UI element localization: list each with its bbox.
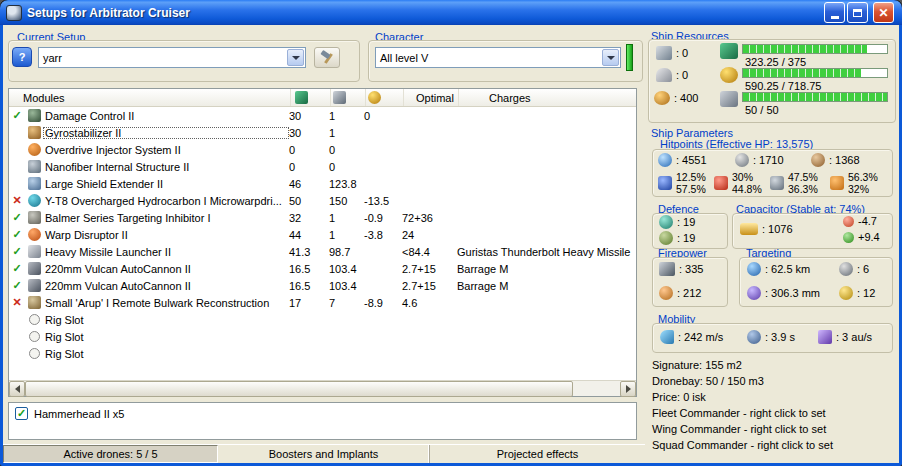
- module-row[interactable]: ✓220mm Vulcan AutoCannon II16.5103.42.7+…: [9, 277, 636, 294]
- wing-commander-info[interactable]: Wing Commander - right click to set: [652, 423, 826, 435]
- scroll-left-icon: [15, 385, 20, 393]
- structure-hp-stat: : 1368: [811, 153, 860, 167]
- module-cpu-value: 41.3: [289, 246, 329, 258]
- scrollbar-track[interactable]: [573, 381, 620, 396]
- cpu-icon: [295, 91, 308, 104]
- module-row[interactable]: ✓Balmer Series Targeting Inhibitor I321-…: [9, 209, 636, 226]
- tab-active-drones[interactable]: Active drones: 5 / 5: [3, 445, 218, 463]
- module-row[interactable]: Gyrostabilizer II301: [9, 124, 636, 141]
- signature-info: Signature: 155 m2: [652, 359, 742, 371]
- module-pg-value: 7: [329, 297, 364, 309]
- overdrive-icon: [25, 143, 43, 156]
- module-offline-x-icon: ✕: [9, 296, 25, 309]
- armor-icon: [735, 153, 749, 167]
- armor-hp-stat: : 1710: [735, 153, 784, 167]
- scroll-right-button[interactable]: [620, 381, 636, 397]
- slots-bar: [742, 92, 888, 102]
- module-cap-value: -8.9: [364, 297, 402, 309]
- character-select[interactable]: All level V: [375, 47, 621, 68]
- setup-select-value: yarr: [39, 52, 287, 64]
- gyrostabilizer-icon: [25, 126, 43, 139]
- firepower-drone-stat: : 212: [659, 286, 701, 300]
- modules-table-header: Modules Optimal Charges: [9, 89, 636, 107]
- module-optimal-value: 2.7+15: [402, 263, 457, 275]
- capacitor-drain-stat: -4.7: [843, 215, 877, 227]
- setup-tools-button[interactable]: [314, 47, 340, 68]
- module-row[interactable]: ✓Heavy Missile Launcher II41.398.7<84.4G…: [9, 243, 636, 260]
- character-dropdown-arrow-icon[interactable]: [602, 49, 619, 66]
- module-row[interactable]: ✓Damage Control II3010: [9, 107, 636, 124]
- tab-projected-effects[interactable]: Projected effects: [430, 445, 645, 463]
- drone-label: Hammerhead II x5: [34, 408, 124, 420]
- module-row[interactable]: Large Shield Extender II46123.8: [9, 175, 636, 192]
- module-optimal-value: 4.6: [402, 297, 457, 309]
- targeting-range-value: : 62.5 km: [765, 263, 810, 275]
- module-row[interactable]: Overdrive Injector System II00: [9, 141, 636, 158]
- rig-glyph: [29, 314, 40, 325]
- horizontal-scrollbar[interactable]: [9, 380, 636, 396]
- setup-dropdown-arrow-icon[interactable]: [287, 49, 304, 66]
- module-row[interactable]: ✓Warp Disruptor II441-3.824: [9, 226, 636, 243]
- shield-recharge-icon: [659, 215, 673, 229]
- thermal-resist-bottom: 44.8%: [732, 183, 762, 195]
- speed-value: : 242 m/s: [678, 331, 723, 343]
- module-row[interactable]: Rig Slot: [9, 328, 636, 345]
- module-row[interactable]: Rig Slot: [9, 345, 636, 362]
- powergrid-icon: [333, 91, 346, 104]
- shield-hp-stat: : 4551: [658, 153, 707, 167]
- setup-select[interactable]: yarr: [38, 47, 306, 68]
- thermal-resist-top: 30%: [732, 171, 762, 183]
- squad-commander-info[interactable]: Squad Commander - right click to set: [652, 439, 833, 451]
- module-cpu-value: 30: [289, 110, 329, 122]
- tab-boosters-implants[interactable]: Boosters and Implants: [218, 445, 430, 463]
- scroll-left-button[interactable]: [9, 381, 25, 397]
- module-active-check-icon: ✓: [9, 245, 25, 258]
- modules-header[interactable]: Modules: [9, 89, 291, 106]
- capacitor-header[interactable]: [366, 89, 404, 106]
- character-skill-indicator: [626, 44, 633, 71]
- drone-checkbox[interactable]: ✓: [15, 407, 28, 420]
- overdrive-glyph: [28, 143, 41, 156]
- module-name: 220mm Vulcan AutoCannon II: [43, 263, 289, 275]
- tracking-disruptor-icon: [25, 211, 43, 224]
- module-name: Y-T8 Overcharged Hydrocarbon I Microwarp…: [43, 195, 289, 207]
- minimize-button[interactable]: [824, 2, 845, 23]
- module-row[interactable]: ✕Small 'Arup' I Remote Bulwark Reconstru…: [9, 294, 636, 311]
- module-cap-value: 0: [364, 110, 402, 122]
- module-name: Large Shield Extender II: [43, 178, 289, 190]
- module-pg-value: 1: [329, 127, 364, 139]
- fleet-commander-info[interactable]: Fleet Commander - right click to set: [652, 407, 826, 419]
- autocannon-glyph: [28, 279, 41, 292]
- cpu-bar: [742, 44, 888, 54]
- thermal-resist-stat: 30%44.8%: [714, 171, 762, 195]
- module-offline-x-icon: ✕: [9, 194, 25, 207]
- close-button[interactable]: ✕: [873, 2, 894, 23]
- module-cpu-value: 32: [289, 212, 329, 224]
- missile-launcher-icon: [25, 245, 43, 258]
- drone-dps-icon: [659, 286, 673, 300]
- charges-header[interactable]: Charges: [459, 89, 636, 106]
- module-row[interactable]: ✕Y-T8 Overcharged Hydrocarbon I Microwar…: [9, 192, 636, 209]
- turret-hardpoints-value: : 0: [676, 47, 688, 59]
- explosive-resist-icon: [830, 176, 844, 190]
- cpu-header[interactable]: [291, 89, 331, 106]
- defence-armor-value: : 19: [677, 232, 695, 244]
- module-row[interactable]: Rig Slot: [9, 311, 636, 328]
- max-targets-icon: [839, 262, 853, 276]
- title-bar[interactable]: Setups for Arbitrator Cruiser ✕: [0, 0, 902, 25]
- maximize-button[interactable]: [847, 2, 868, 23]
- help-button[interactable]: ?: [12, 47, 32, 67]
- rig-icon: [25, 314, 43, 325]
- powergrid-header[interactable]: [331, 89, 366, 106]
- module-row[interactable]: Nanofiber Internal Structure II00: [9, 158, 636, 175]
- price-info: Price: 0 isk: [652, 391, 706, 403]
- scrollbar-thumb[interactable]: [25, 381, 573, 397]
- optimal-header[interactable]: Optimal: [404, 89, 459, 106]
- capacitor-recharge-value: +9.4: [858, 231, 880, 243]
- explosive-resist-top: 56.3%: [848, 171, 878, 183]
- module-row[interactable]: ✓220mm Vulcan AutoCannon II16.5103.42.7+…: [9, 260, 636, 277]
- drone-item[interactable]: ✓ Hammerhead II x5: [15, 407, 630, 420]
- module-pg-value: 0: [329, 144, 364, 156]
- module-cap-value: -3.8: [364, 229, 402, 241]
- powergrid-usage-text: 590.25 / 718.75: [745, 80, 821, 92]
